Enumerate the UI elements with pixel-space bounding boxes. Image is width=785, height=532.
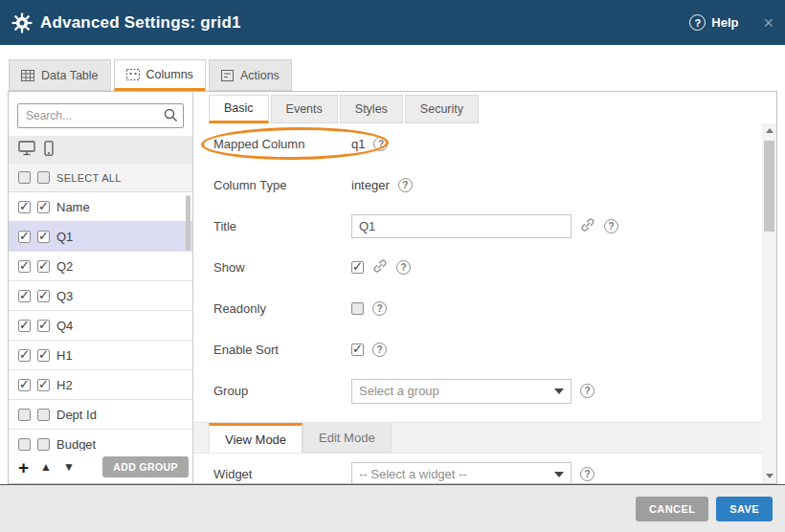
column-list-item[interactable]: Q2 <box>9 252 192 281</box>
help-button[interactable]: ? Help <box>689 14 738 31</box>
basic-settings-form: Mapped Column q1 Column Type integer Tit… <box>193 123 762 483</box>
show-label: Show <box>213 260 351 275</box>
dialog-footer: CANCEL SAVE <box>0 484 785 532</box>
mobile-visibility-checkbox[interactable] <box>37 201 50 213</box>
readonly-help-icon[interactable] <box>372 301 387 316</box>
close-icon[interactable]: × <box>763 14 774 32</box>
mobile-visibility-checkbox[interactable] <box>37 290 50 302</box>
left-list-scrollbar[interactable] <box>184 192 191 453</box>
save-button[interactable]: SAVE <box>716 497 773 521</box>
settings-scrollbar-thumb[interactable] <box>764 141 774 232</box>
add-group-button[interactable]: ADD GROUP <box>102 456 189 477</box>
column-list-item[interactable]: Q3 <box>9 281 192 311</box>
mode-tab-bar: View Mode Edit Mode <box>193 422 762 454</box>
desktop-visibility-checkbox[interactable] <box>18 349 31 362</box>
actions-icon <box>221 70 234 81</box>
desktop-icon[interactable] <box>18 141 35 160</box>
mobile-visibility-checkbox[interactable] <box>37 409 50 421</box>
tab-styles[interactable]: Styles <box>340 95 403 123</box>
mobile-visibility-checkbox[interactable] <box>37 320 50 332</box>
group-label: Group <box>213 384 351 398</box>
mobile-visibility-checkbox[interactable] <box>37 379 50 391</box>
title-help-icon[interactable] <box>604 219 618 233</box>
main-tab-bar: Data Table Columns Actions <box>9 59 292 91</box>
title-link-icon[interactable] <box>580 217 595 236</box>
add-column-button[interactable]: + <box>18 458 29 477</box>
scroll-up-icon[interactable] <box>762 123 776 138</box>
column-list-item[interactable]: Name <box>9 192 192 222</box>
mapped-column-label: Mapped Column <box>213 137 351 151</box>
readonly-checkbox[interactable] <box>351 302 364 315</box>
tab-basic[interactable]: Basic <box>209 95 269 123</box>
column-type-help-icon[interactable] <box>398 178 413 192</box>
title-input[interactable] <box>351 214 572 238</box>
mobile-visibility-checkbox[interactable] <box>37 231 50 243</box>
move-up-button[interactable]: ▲ <box>40 461 52 473</box>
column-list-item[interactable]: H1 <box>9 341 192 370</box>
enable-sort-checkbox[interactable] <box>351 344 364 356</box>
help-icon: ? <box>689 14 706 31</box>
desktop-visibility-checkbox[interactable] <box>18 438 31 451</box>
desktop-visibility-checkbox[interactable] <box>18 231 31 243</box>
search-icon[interactable] <box>163 107 179 127</box>
mobile-icon[interactable] <box>44 141 54 160</box>
column-row-label: Budget <box>56 437 96 452</box>
title-label: Title <box>213 219 351 233</box>
mapped-column-help-icon[interactable] <box>373 137 388 151</box>
column-row-label: Dept Id <box>56 408 97 422</box>
widget-row: Widget -- Select a widget -- <box>193 454 762 483</box>
cancel-button[interactable]: CANCEL <box>636 497 708 521</box>
column-row-label: H1 <box>56 348 73 363</box>
show-link-icon[interactable] <box>372 258 388 277</box>
columns-panel: SELECT ALL Name Q1 Q2 Q3 Q4 H1 H2 Dept I… <box>9 92 193 483</box>
columns-icon <box>126 69 140 80</box>
tab-security[interactable]: Security <box>405 95 479 123</box>
desktop-visibility-checkbox[interactable] <box>18 260 31 273</box>
column-list-item[interactable]: Q4 <box>9 311 192 341</box>
tab-data-table[interactable]: Data Table <box>9 59 111 91</box>
desktop-visibility-checkbox[interactable] <box>18 409 31 421</box>
show-help-icon[interactable] <box>396 260 411 275</box>
column-list-item[interactable]: H2 <box>9 370 192 400</box>
widget-help-icon[interactable] <box>580 467 594 481</box>
mobile-visibility-checkbox[interactable] <box>37 438 50 451</box>
title-row: Title <box>193 206 762 247</box>
enable-sort-row: Enable Sort <box>193 329 762 370</box>
show-checkbox[interactable] <box>351 261 364 274</box>
desktop-visibility-checkbox[interactable] <box>18 290 31 302</box>
tab-columns[interactable]: Columns <box>114 59 206 91</box>
desktop-visibility-checkbox[interactable] <box>18 320 31 332</box>
mobile-visibility-checkbox[interactable] <box>37 260 50 273</box>
tab-events[interactable]: Events <box>271 95 338 123</box>
settings-tab-bar: Basic Events Styles Security <box>209 95 776 123</box>
widget-select-value: -- Select a widget -- <box>359 467 467 481</box>
column-list-item[interactable]: Q1 <box>9 222 192 252</box>
column-list: Name Q1 Q2 Q3 Q4 H1 H2 Dept Id Budget <box>9 192 192 453</box>
mobile-visibility-checkbox[interactable] <box>37 349 50 362</box>
tab-view-mode[interactable]: View Mode <box>209 423 303 453</box>
column-row-label: Name <box>56 200 90 214</box>
select-all-desktop-checkbox[interactable] <box>18 171 31 184</box>
tab-actions[interactable]: Actions <box>209 59 292 91</box>
group-help-icon[interactable] <box>580 384 594 398</box>
tab-edit-mode[interactable]: Edit Mode <box>303 423 392 453</box>
group-select[interactable]: Select a group <box>351 379 572 404</box>
settings-scrollbar[interactable] <box>762 123 776 483</box>
desktop-visibility-checkbox[interactable] <box>18 201 31 213</box>
desktop-visibility-checkbox[interactable] <box>18 379 31 391</box>
search-input[interactable] <box>17 103 184 128</box>
select-all-mobile-checkbox[interactable] <box>37 171 50 184</box>
group-select-value: Select a group <box>359 384 439 398</box>
left-list-scrollbar-thumb[interactable] <box>186 195 191 251</box>
column-settings-panel: Basic Events Styles Security Mapped Colu… <box>193 92 776 483</box>
enable-sort-help-icon[interactable] <box>372 343 387 357</box>
scroll-down-icon[interactable] <box>762 469 776 483</box>
move-down-button[interactable]: ▼ <box>63 461 75 473</box>
select-all-row: SELECT ALL <box>9 164 192 192</box>
column-list-item[interactable]: Budget <box>9 430 192 453</box>
column-type-value: integer <box>351 178 390 192</box>
widget-label: Widget <box>213 467 351 481</box>
column-list-item[interactable]: Dept Id <box>9 400 192 430</box>
group-row: Group Select a group <box>193 370 762 411</box>
widget-select[interactable]: -- Select a widget -- <box>351 462 572 484</box>
